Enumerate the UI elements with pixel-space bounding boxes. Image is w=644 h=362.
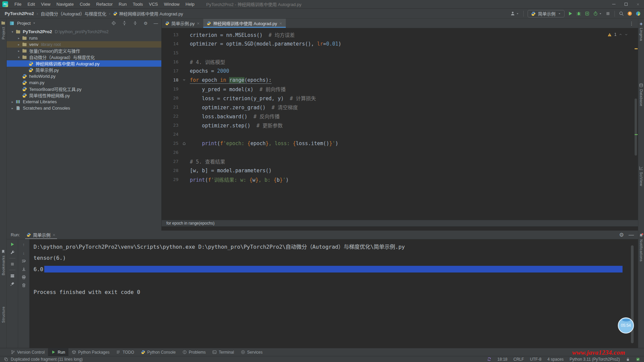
code-line[interactable]: 23 optimizer.step() # 更新参数: [162, 121, 638, 130]
minimize-button[interactable]: [608, 0, 620, 9]
toolwindow-version-control[interactable]: Version Control: [7, 348, 48, 356]
editor-scrollbar[interactable]: [635, 99, 637, 156]
tree-chevron-icon[interactable]: ▾: [9, 30, 15, 34]
hide-panel-icon[interactable]: —: [154, 21, 158, 26]
background-task-icon[interactable]: [487, 357, 491, 361]
code-line[interactable]: 16# 4. 训练模型: [162, 57, 638, 66]
tree-item[interactable]: ▸runs: [7, 35, 161, 41]
status-item[interactable]: UTF-8: [530, 357, 541, 362]
toolwindow-problems[interactable]: Problems: [179, 348, 209, 356]
next-issue-icon[interactable]: [625, 33, 628, 36]
breadcrumb-item[interactable]: 自动微分（Autograd）与梯度优化: [41, 10, 106, 17]
code-line[interactable]: 18for epoch in range(epochs):: [162, 75, 638, 84]
stripe-tab-notifications[interactable]: Notifications: [638, 233, 644, 261]
code-line[interactable]: 27# 5. 查看结果: [162, 157, 638, 166]
code-line[interactable]: 29print(f'训练结果: w: {w}, b: {b}'): [162, 175, 638, 184]
chevron-down-icon[interactable]: [33, 21, 36, 25]
tree-item[interactable]: ▸Scratches and Consoles: [7, 105, 161, 111]
green-status-icon[interactable]: [636, 357, 640, 361]
code-editor[interactable]: 1 13criterion = nn.MSELoss() # 均方误差14opt…: [162, 28, 638, 220]
toolwindow-services[interactable]: Services: [237, 348, 266, 356]
stripe-tab-structure[interactable]: Structure: [0, 306, 6, 323]
expand-all-icon[interactable]: [122, 21, 127, 25]
tree-chevron-icon[interactable]: ▸: [9, 100, 15, 104]
close-icon[interactable]: [197, 22, 200, 25]
scroll-to-end-icon[interactable]: [21, 267, 26, 272]
hide-run-panel-icon[interactable]: —: [629, 232, 634, 238]
prev-issue-icon[interactable]: [619, 33, 622, 36]
tree-chevron-icon[interactable]: ▸: [16, 43, 22, 46]
code-line[interactable]: 24: [162, 130, 638, 139]
tree-item[interactable]: ▸External Libraries: [7, 99, 161, 105]
menu-help[interactable]: Help: [182, 2, 198, 7]
run-tab[interactable]: 简单示例: [24, 231, 58, 239]
menu-tools[interactable]: Tools: [130, 2, 146, 7]
tree-item[interactable]: ▸张量(Tensor)的定义与操作: [7, 48, 161, 54]
toolwindow-terminal[interactable]: Terminal: [209, 348, 237, 356]
locate-file-icon[interactable]: [111, 21, 116, 25]
code-line[interactable]: 28[w, b] = model.parameters(): [162, 166, 638, 175]
tree-item[interactable]: ▾PyTorch2Pro2D:\python_pro\PyTorch2Pro2: [7, 28, 161, 35]
update-notification-icon[interactable]: [627, 11, 632, 16]
tree-item[interactable]: 神经网络训练中使用 Autograd.py: [7, 60, 161, 67]
stripe-tab-database[interactable]: Database: [638, 83, 644, 106]
up-stacktrace-icon[interactable]: ↑: [22, 242, 25, 247]
code-line[interactable]: 17epochs = 2000: [162, 66, 638, 75]
tree-item[interactable]: 简单示例.py: [7, 67, 161, 73]
breadcrumb-item[interactable]: 神经网络训练中使用 Autograd.py: [113, 10, 183, 17]
collapse-all-icon[interactable]: [133, 21, 138, 25]
ide-features-icon[interactable]: [636, 11, 641, 16]
menu-refactor[interactable]: Refactor: [93, 2, 116, 7]
profiler-button[interactable]: [593, 11, 602, 16]
status-item[interactable]: CRLF: [514, 357, 524, 362]
tree-item[interactable]: ▾自动微分（Autograd）与梯度优化: [7, 54, 161, 60]
user-account-button[interactable]: [510, 11, 519, 16]
menu-file[interactable]: File: [11, 2, 24, 7]
tree-item[interactable]: helloWorld.py: [7, 73, 161, 79]
editor-tab[interactable]: 简单示例.py: [162, 19, 203, 28]
debug-button[interactable]: [576, 11, 581, 16]
run-button[interactable]: [568, 11, 573, 16]
code-line[interactable]: 20 loss = criterion(y_pred, y) # 计算损失: [162, 94, 638, 103]
status-item[interactable]: 4 spaces: [547, 357, 564, 362]
edit-config-icon[interactable]: [10, 250, 15, 255]
restore-layout-icon[interactable]: [10, 274, 15, 278]
close-icon[interactable]: [279, 22, 282, 25]
tree-chevron-icon[interactable]: ▸: [16, 49, 22, 53]
gutter-mark-icon[interactable]: [182, 141, 186, 145]
print-icon[interactable]: [21, 275, 26, 280]
menu-run[interactable]: Run: [116, 2, 130, 7]
run-console[interactable]: D:\python_pro\PyTorch2Pro2\venv\Scripts\…: [30, 239, 638, 348]
menu-view[interactable]: View: [38, 2, 53, 7]
close-button[interactable]: [632, 0, 644, 9]
toolwindow-python-packages[interactable]: Python Packages: [68, 348, 113, 356]
stripe-tab-project[interactable]: Project: [0, 21, 6, 40]
menu-navigate[interactable]: Navigate: [53, 2, 76, 7]
code-line[interactable]: 21 optimizer.zero_grad() # 清空梯度: [162, 103, 638, 112]
code-line[interactable]: 22 loss.backward() # 反向传播: [162, 112, 638, 121]
inspection-widget[interactable]: 1: [607, 32, 628, 37]
rerun-button[interactable]: [10, 242, 15, 247]
maximize-button[interactable]: [620, 0, 632, 9]
menu-vcs[interactable]: VCS: [146, 2, 161, 7]
code-line[interactable]: 19 y_pred = model(x) # 前向传播: [162, 84, 638, 94]
status-item[interactable]: 18:18: [497, 357, 507, 362]
editor-tab[interactable]: 神经网络训练中使用 Autograd.py: [203, 19, 286, 28]
gear-icon[interactable]: ⚙: [144, 21, 148, 26]
tree-item[interactable]: ▸venvlibrary root: [7, 41, 161, 48]
clear-console-icon[interactable]: [21, 283, 26, 288]
code-line[interactable]: 13criterion = nn.MSELoss() # 均方误差: [162, 30, 638, 39]
breadcrumb-item[interactable]: PyTorch2Pro2: [5, 11, 34, 16]
run-with-coverage-button[interactable]: [585, 11, 590, 16]
tree-item[interactable]: main.py: [7, 79, 161, 86]
code-line[interactable]: 26: [162, 148, 638, 157]
tab-options-icon[interactable]: ⋮: [629, 19, 638, 28]
tree-item[interactable]: 简单线性神经网络.py: [7, 92, 161, 99]
status-left[interactable]: Duplicated code fragment (11 lines long): [4, 357, 83, 362]
soft-wrap-icon[interactable]: [21, 259, 26, 263]
down-stacktrace-icon[interactable]: ↓: [22, 250, 25, 255]
stripe-tab-sciview[interactable]: SciView: [638, 166, 644, 186]
code-line[interactable]: 25 print(f'epoch: {epoch}, loss: {loss.i…: [162, 139, 638, 148]
tree-chevron-icon[interactable]: ▸: [9, 107, 15, 110]
code-line[interactable]: 15: [162, 48, 638, 57]
